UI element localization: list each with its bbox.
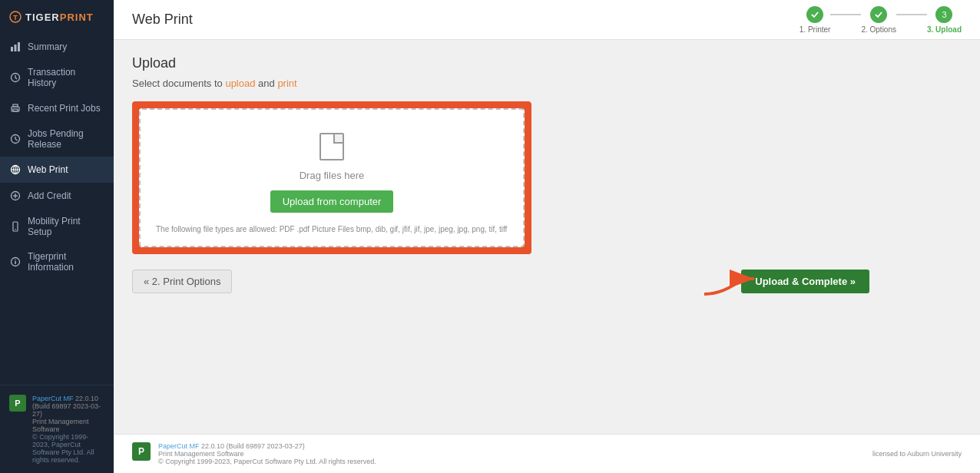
main-footer: P PaperCut MF 22.0.10 (Build 69897 2023-…	[114, 434, 980, 473]
svg-text:T: T	[13, 14, 18, 22]
sidebar-item-transaction-history[interactable]: Transaction History	[0, 60, 114, 95]
sidebar-item-mobility-print-setup[interactable]: Mobility Print Setup	[0, 209, 114, 244]
allowed-files-text: The following file types are allowed: PD…	[156, 225, 508, 233]
mobile-icon	[9, 220, 22, 233]
papercut-name: PaperCut MF	[32, 395, 74, 402]
sidebar-item-web-print[interactable]: Web Print	[0, 157, 114, 183]
sidebar-label-transaction-history: Transaction History	[28, 67, 104, 88]
sidebar-label-recent-print-jobs: Recent Print Jobs	[28, 103, 101, 114]
sidebar-label-web-print: Web Print	[28, 164, 68, 175]
footer-pc-desc: Print Management Software	[158, 450, 376, 458]
section-description: Select documents to upload and print	[132, 78, 962, 89]
sidebar-item-tigerprint-information[interactable]: Tigerprint Information	[0, 244, 114, 280]
chart-icon	[9, 41, 22, 53]
sidebar-item-add-credit[interactable]: Add Credit	[0, 183, 114, 209]
clock-icon	[9, 133, 22, 145]
logo-tiger: TIGER	[25, 12, 60, 23]
svg-rect-3	[15, 45, 17, 51]
svg-rect-2	[11, 47, 13, 51]
step-options: 2. Options	[861, 6, 896, 34]
sidebar-item-recent-print-jobs[interactable]: Recent Print Jobs	[0, 95, 114, 121]
logo-print: PRINT	[60, 12, 94, 23]
sidebar-item-jobs-pending-release[interactable]: Jobs Pending Release	[0, 121, 114, 157]
desc-prefix: Select documents to	[132, 78, 225, 89]
dropzone[interactable]: Drag files here Upload from computer	[156, 133, 508, 213]
sidebar-label-add-credit: Add Credit	[28, 190, 71, 201]
back-button[interactable]: « 2. Print Options	[132, 270, 232, 293]
logo: T TIGER PRINT	[0, 0, 114, 34]
step-label-upload: 3. Upload	[927, 25, 962, 34]
step-line-2	[896, 14, 927, 15]
footer-copyright: © Copyright 1999-2023, PaperCut Software…	[158, 458, 376, 465]
footer-pc-name: PaperCut MF	[158, 442, 200, 450]
sidebar-label-jobs-pending-release: Jobs Pending Release	[28, 128, 104, 150]
step-circle-options	[870, 6, 887, 23]
page-header: Web Print 1. Printer 2. Options 3 3. Upl…	[114, 0, 980, 40]
action-bar: « 2. Print Options Upload & Complete »	[132, 270, 869, 309]
footer-papercut-logo-icon: P	[132, 442, 151, 461]
footer-licensed-to: licensed to Auburn University	[872, 450, 962, 458]
sidebar-footer: P PaperCut MF 22.0.10 (Build 69897 2023-…	[0, 385, 114, 473]
section-title: Upload	[132, 55, 962, 71]
svg-rect-7	[13, 104, 18, 107]
sidebar-item-summary[interactable]: Summary	[0, 34, 114, 60]
print-link[interactable]: print	[277, 78, 296, 89]
tiger-icon: T	[9, 11, 22, 23]
step-upload: 3 3. Upload	[927, 6, 962, 34]
arrow-annotation	[700, 265, 770, 302]
sidebar-label-summary: Summary	[28, 41, 67, 52]
step-circle-upload: 3	[935, 6, 952, 23]
papercut-desc: Print Management Software	[32, 418, 104, 433]
page-title: Web Print	[132, 12, 193, 28]
upload-link[interactable]: upload	[225, 78, 255, 89]
footer-papercut-info: P PaperCut MF 22.0.10 (Build 69897 2023-…	[9, 395, 104, 464]
main-content: Web Print 1. Printer 2. Options 3 3. Upl…	[114, 0, 980, 473]
desc-middle: and	[255, 78, 277, 89]
sidebar-label-tigerprint-information: Tigerprint Information	[28, 251, 104, 273]
stepper: 1. Printer 2. Options 3 3. Upload	[800, 6, 962, 34]
print-icon	[9, 102, 22, 114]
svg-rect-4	[18, 42, 20, 51]
sidebar-nav: Summary Transaction History Recent Print…	[0, 34, 114, 385]
papercut-logo-icon: P	[9, 395, 26, 412]
footer-left: P PaperCut MF 22.0.10 (Build 69897 2023-…	[132, 442, 376, 465]
step-label-options: 2. Options	[861, 25, 896, 34]
step-label-printer: 1. Printer	[800, 25, 831, 34]
sidebar: T TIGER PRINT Summary Transaction Histor…	[0, 0, 114, 473]
svg-rect-19	[13, 222, 18, 231]
svg-point-23	[15, 260, 15, 260]
upload-from-computer-button[interactable]: Upload from computer	[270, 190, 394, 213]
file-icon	[319, 133, 344, 160]
step-printer: 1. Printer	[800, 6, 831, 34]
svg-rect-8	[13, 109, 18, 111]
history-icon	[9, 71, 22, 84]
globe-icon	[9, 164, 22, 176]
drag-text: Drag files here	[300, 170, 365, 181]
content-area: Upload Select documents to upload and pr…	[114, 40, 980, 434]
plus-icon	[9, 190, 22, 202]
step-circle-printer	[806, 6, 823, 23]
svg-line-11	[15, 139, 18, 141]
step-line-1	[830, 14, 861, 15]
upload-drop-area-outer: Drag files here Upload from computer The…	[132, 101, 531, 254]
arrow-svg	[700, 265, 770, 299]
back-button-label: « 2. Print Options	[144, 276, 220, 287]
upload-drop-area-inner: Drag files here Upload from computer The…	[139, 108, 525, 247]
copyright: © Copyright 1999-2023, PaperCut Software…	[32, 433, 104, 464]
sidebar-label-mobility-print-setup: Mobility Print Setup	[28, 216, 104, 237]
info-icon	[9, 256, 22, 268]
footer-pc-version: 22.0.10 (Build 69897 2023-03-27)	[201, 442, 305, 450]
